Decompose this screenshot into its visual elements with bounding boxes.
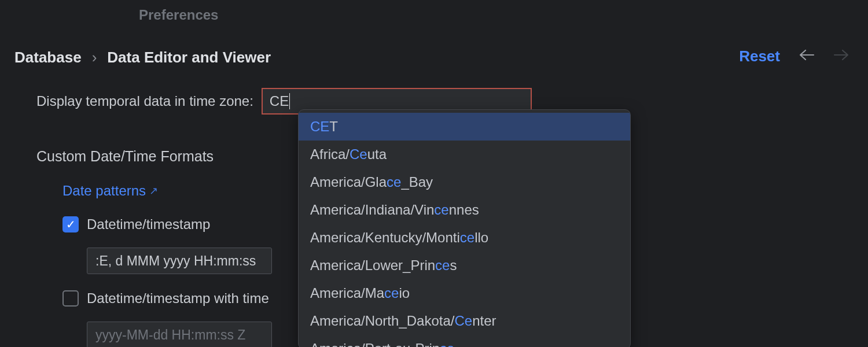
datetime-tz-format-input[interactable]: yyyy-MM-dd HH:mm:ss Z: [87, 322, 272, 347]
timezone-option[interactable]: America/Maceio: [299, 279, 630, 307]
reset-button[interactable]: Reset: [739, 47, 780, 65]
back-arrow-icon[interactable]: [799, 49, 815, 65]
timezone-label: Display temporal data in time zone:: [36, 93, 253, 109]
timezone-option[interactable]: Africa/Ceuta: [299, 141, 630, 168]
datetime-tz-checkbox[interactable]: [62, 290, 79, 307]
timezone-option[interactable]: America/Port-au-Prince: [299, 335, 630, 347]
date-patterns-link[interactable]: Date patterns ↗: [62, 183, 158, 199]
chevron-right-icon: ›: [92, 49, 97, 67]
header-actions: Reset: [739, 47, 849, 65]
custom-formats-title: Custom Date/Time Formats: [36, 148, 214, 165]
datetime-tz-format-placeholder: yyyy-MM-dd HH:mm:ss Z: [95, 327, 245, 343]
forward-arrow-icon: [833, 49, 849, 65]
datetime-ts-checkbox[interactable]: ✓: [62, 216, 79, 232]
timezone-option[interactable]: America/North_Dakota/Center: [299, 307, 630, 335]
external-link-icon: ↗: [149, 184, 158, 197]
timezone-option[interactable]: America/Indiana/Vincennes: [299, 196, 630, 224]
timezone-option[interactable]: CET: [299, 113, 630, 141]
breadcrumb: Database › Data Editor and Viewer: [14, 49, 271, 67]
timezone-option[interactable]: America/Kentucky/Monticello: [299, 224, 630, 252]
preferences-tab[interactable]: Preferences: [139, 7, 218, 23]
datetime-ts-label: Datetime/timestamp: [87, 216, 210, 232]
timezone-input[interactable]: CE: [270, 93, 289, 109]
timezone-option[interactable]: America/Glace_Bay: [299, 168, 630, 196]
datetime-ts-format-value: :E, d MMM yyyy HH:mm:ss: [95, 253, 256, 269]
datetime-ts-format-input[interactable]: :E, d MMM yyyy HH:mm:ss: [87, 248, 272, 274]
date-patterns-label: Date patterns: [62, 183, 146, 199]
timezone-option[interactable]: America/Lower_Princes: [299, 252, 630, 279]
timezone-dropdown[interactable]: CETAfrica/CeutaAmerica/Glace_BayAmerica/…: [298, 109, 631, 347]
datetime-tz-label: Datetime/timestamp with time: [87, 290, 269, 307]
text-caret: [289, 93, 290, 109]
datetime-tz-row: Datetime/timestamp with time: [62, 290, 269, 307]
breadcrumb-root[interactable]: Database: [14, 49, 82, 67]
breadcrumb-leaf: Data Editor and Viewer: [107, 49, 271, 67]
datetime-ts-row: ✓ Datetime/timestamp: [62, 216, 210, 232]
